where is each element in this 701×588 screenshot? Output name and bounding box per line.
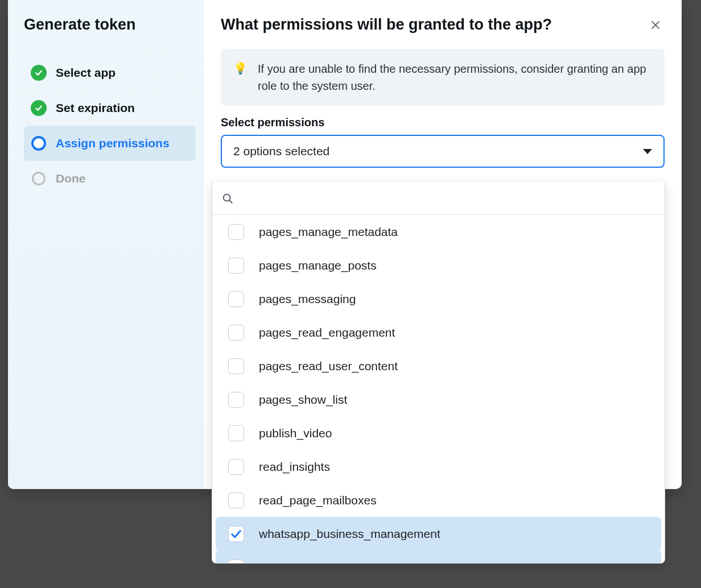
main-header: What permissions will be granted to the … <box>221 16 665 34</box>
option-read_page_mailboxes[interactable]: read_page_mailboxes <box>216 483 661 517</box>
step-select-app[interactable]: Select app <box>24 55 196 90</box>
permissions-select[interactable]: 2 options selected <box>221 135 665 168</box>
checkbox[interactable] <box>228 526 244 542</box>
option-label: publish_video <box>259 426 332 440</box>
option-pages_messaging[interactable]: pages_messaging <box>216 282 661 316</box>
wizard-steps: Select app Set expiration Assign permiss… <box>24 55 196 196</box>
step-label: Done <box>56 172 86 185</box>
dropdown-search-row <box>212 182 665 215</box>
option-label: pages_manage_metadata <box>259 225 398 239</box>
sidebar-title: Generate token <box>24 16 196 34</box>
checkbox[interactable] <box>228 459 244 475</box>
step-label: Set expiration <box>56 101 135 115</box>
lightbulb-icon: 💡 <box>233 60 248 76</box>
option-pages_read_user_content[interactable]: pages_read_user_content <box>216 349 661 383</box>
option-label: pages_manage_posts <box>259 259 377 272</box>
wizard-sidebar: Generate token Select app Set expiration… <box>8 0 204 489</box>
search-input[interactable] <box>240 192 655 205</box>
close-button[interactable] <box>646 16 665 34</box>
option-label: pages_read_engagement <box>259 326 395 339</box>
check-icon <box>230 528 242 540</box>
option-label: read_insights <box>259 460 330 474</box>
check-icon <box>230 561 242 564</box>
step-done: Done <box>24 161 196 196</box>
step-label: Assign permissions <box>56 136 170 150</box>
option-pages_show_list[interactable]: pages_show_list <box>216 383 661 416</box>
option-label: pages_show_list <box>259 393 347 407</box>
page-title: What permissions will be granted to the … <box>221 16 552 34</box>
option-whatsapp_business_management[interactable]: whatsapp_business_management <box>216 517 661 550</box>
checkbox[interactable] <box>228 224 244 240</box>
section-label: Select permissions <box>221 116 665 129</box>
option-label: whatsapp_business_messaging <box>259 561 428 564</box>
svg-line-3 <box>229 200 232 203</box>
option-pages_read_engagement[interactable]: pages_read_engagement <box>216 316 661 349</box>
checkbox[interactable] <box>228 258 244 274</box>
checkbox[interactable] <box>228 425 244 441</box>
search-icon <box>221 192 234 205</box>
option-publish_video[interactable]: publish_video <box>216 416 661 450</box>
check-circle-icon <box>31 65 47 81</box>
option-label: whatsapp_business_management <box>259 527 440 541</box>
checkbox[interactable] <box>228 492 244 508</box>
option-label: read_page_mailboxes <box>259 494 377 507</box>
step-set-expiration[interactable]: Set expiration <box>24 90 196 126</box>
checkbox[interactable] <box>228 291 244 307</box>
option-label: pages_messaging <box>259 292 356 306</box>
hint-text: If you are unable to find the necessary … <box>258 60 652 94</box>
step-label: Select app <box>56 66 116 80</box>
hint-banner: 💡 If you are unable to find the necessar… <box>221 49 665 106</box>
permissions-dropdown: pages_manage_metadatapages_manage_postsp… <box>212 182 665 564</box>
close-icon <box>650 19 661 31</box>
checkbox[interactable] <box>228 392 244 408</box>
chevron-down-icon <box>643 149 652 154</box>
option-label: pages_read_user_content <box>259 359 398 373</box>
option-pages_manage_metadata[interactable]: pages_manage_metadata <box>216 215 661 249</box>
option-whatsapp_business_messaging[interactable]: whatsapp_business_messaging <box>216 550 661 563</box>
checkbox[interactable] <box>228 358 244 374</box>
checkbox[interactable] <box>228 325 244 341</box>
current-step-icon <box>31 135 47 151</box>
select-summary: 2 options selected <box>233 144 329 158</box>
step-assign-permissions[interactable]: Assign permissions <box>24 126 196 161</box>
pending-step-icon <box>31 171 47 187</box>
option-read_insights[interactable]: read_insights <box>216 450 661 483</box>
options-list[interactable]: pages_manage_metadatapages_manage_postsp… <box>212 215 665 563</box>
svg-point-2 <box>224 194 230 201</box>
option-pages_manage_posts[interactable]: pages_manage_posts <box>216 249 661 282</box>
check-circle-icon <box>31 100 47 116</box>
checkbox[interactable] <box>228 560 244 564</box>
